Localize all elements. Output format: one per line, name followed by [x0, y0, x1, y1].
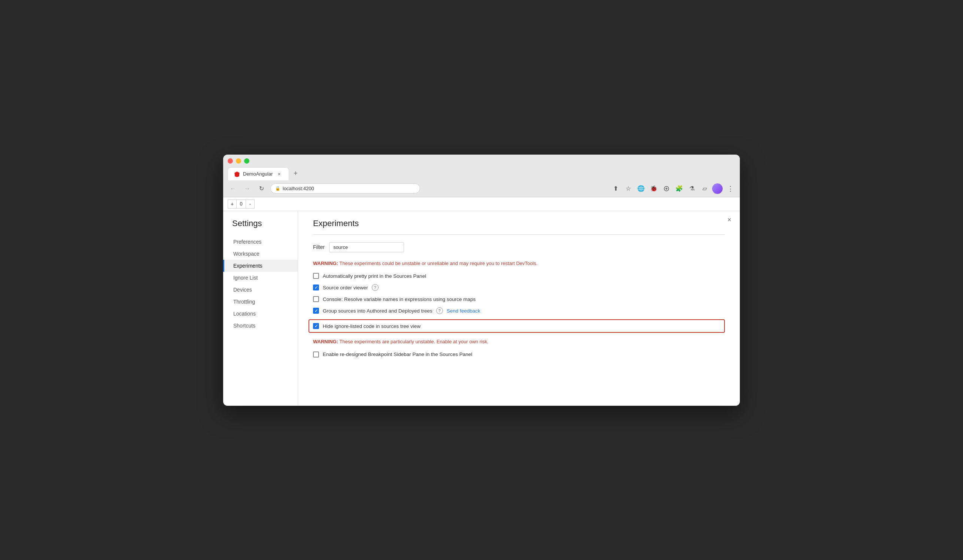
- checkbox-redesigned-breakpoint[interactable]: [313, 351, 319, 358]
- more-menu-button[interactable]: ⋮: [725, 183, 735, 194]
- browser-chrome: DemoAngular × +: [223, 155, 740, 180]
- tab-bar: DemoAngular × +: [228, 167, 735, 180]
- checkbox-group-sources[interactable]: [313, 308, 319, 314]
- angular-icon: [234, 171, 240, 177]
- experiment-redesigned-breakpoint-label: Enable re-designed Breakpoint Sidebar Pa…: [323, 351, 472, 357]
- forward-button[interactable]: →: [242, 183, 252, 194]
- warning-text-2: WARNING: These experiments are particula…: [313, 338, 725, 345]
- bookmark-icon[interactable]: ☆: [623, 183, 634, 194]
- url-bar[interactable]: 🔒 localhost:4200: [270, 183, 420, 194]
- filter-label: Filter: [313, 244, 324, 250]
- experiment-resolve-variables-label: Console: Resolve variable names in expre…: [323, 296, 475, 302]
- warning-message-1: These experiments could be unstable or u…: [338, 261, 537, 266]
- url-text: localhost:4200: [283, 186, 314, 191]
- maximize-button[interactable]: [244, 159, 250, 163]
- sidebar-item-shortcuts[interactable]: Shortcuts: [223, 320, 298, 332]
- address-bar: ← → ↻ 🔒 localhost:4200 ⬆ ☆ 🌐 🐞 🧩 ⚗ ▱ ⋮: [223, 180, 740, 197]
- help-icon-source-order[interactable]: ?: [372, 284, 379, 291]
- experiment-hide-ignore-listed: Hide ignore-listed code in sources tree …: [308, 319, 725, 333]
- warning-text-1: WARNING: These experiments could be unst…: [313, 260, 725, 267]
- tab-close-button[interactable]: ×: [276, 171, 283, 177]
- checkbox-resolve-variables[interactable]: [313, 296, 319, 302]
- sidebar-item-workspace[interactable]: Workspace: [223, 248, 298, 260]
- devtools-icon[interactable]: [661, 183, 672, 194]
- browser-content: + 0 - × Settings Preferences Workspace E…: [223, 197, 740, 406]
- puzzle-icon[interactable]: 🧩: [674, 183, 684, 194]
- bug-icon[interactable]: 🐞: [648, 183, 659, 194]
- checkbox-pretty-print[interactable]: [313, 273, 319, 279]
- experiment-pretty-print: Automatically pretty print in the Source…: [313, 273, 725, 279]
- experiment-resolve-variables: Console: Resolve variable names in expre…: [313, 296, 725, 302]
- toolbar-icons: ⬆ ☆ 🌐 🐞 🧩 ⚗ ▱ ⋮: [610, 183, 735, 194]
- close-button[interactable]: [228, 159, 233, 163]
- traffic-lights: [228, 159, 735, 163]
- flask-icon[interactable]: ⚗: [687, 183, 697, 194]
- new-tab-button[interactable]: +: [290, 168, 301, 179]
- sidebar-item-ignore-list[interactable]: Ignore List: [223, 272, 298, 284]
- lock-icon: 🔒: [275, 186, 280, 191]
- sidebar-icon[interactable]: ▱: [699, 183, 710, 194]
- counter-value: 0: [237, 199, 246, 209]
- sidebar-item-experiments[interactable]: Experiments: [223, 260, 298, 272]
- experiment-source-order: Source order viewer ?: [313, 284, 725, 291]
- settings-sidebar: Settings Preferences Workspace Experimen…: [223, 211, 298, 406]
- share-icon[interactable]: ⬆: [610, 183, 621, 194]
- experiment-pretty-print-label: Automatically pretty print in the Source…: [323, 273, 426, 279]
- warning-label-2: WARNING:: [313, 339, 338, 345]
- help-icon-group-sources[interactable]: ?: [436, 308, 443, 314]
- experiment-group-sources-label: Group sources into Authored and Deployed…: [323, 308, 433, 314]
- tab-title: DemoAngular: [243, 171, 273, 177]
- avatar[interactable]: [712, 183, 723, 194]
- back-button[interactable]: ←: [228, 183, 238, 194]
- checkbox-hide-ignore-listed[interactable]: [313, 323, 319, 329]
- sidebar-item-throttling[interactable]: Throttling: [223, 296, 298, 308]
- filter-input[interactable]: [329, 242, 404, 252]
- warning-label-1: WARNING:: [313, 261, 338, 266]
- send-feedback-link[interactable]: Send feedback: [447, 308, 480, 314]
- sidebar-item-preferences[interactable]: Preferences: [223, 236, 298, 248]
- settings-divider: [313, 234, 725, 235]
- sidebar-item-devices[interactable]: Devices: [223, 284, 298, 296]
- earth-icon[interactable]: 🌐: [636, 183, 646, 194]
- checkbox-source-order[interactable]: [313, 285, 319, 290]
- settings-main: Experiments Filter WARNING: These experi…: [298, 211, 740, 406]
- settings-close-button[interactable]: ×: [725, 215, 734, 225]
- counter-minus-button[interactable]: -: [246, 199, 255, 209]
- experiment-hide-ignore-listed-label: Hide ignore-listed code in sources tree …: [323, 324, 420, 329]
- counter-widget: + 0 -: [223, 197, 740, 211]
- browser-window: DemoAngular × + ← → ↻ 🔒 localhost:4200 ⬆…: [223, 155, 740, 406]
- settings-panel: × Settings Preferences Workspace Experim…: [223, 211, 740, 406]
- minimize-button[interactable]: [236, 159, 241, 163]
- experiments-title: Experiments: [313, 218, 725, 228]
- sidebar-item-locations[interactable]: Locations: [223, 308, 298, 320]
- warning-message-2: These experiments are particularly unsta…: [338, 339, 489, 345]
- reload-button[interactable]: ↻: [256, 183, 267, 194]
- counter-plus-button[interactable]: +: [228, 199, 237, 209]
- active-tab[interactable]: DemoAngular ×: [228, 167, 289, 180]
- experiment-source-order-label: Source order viewer: [323, 285, 368, 290]
- settings-title: Settings: [223, 218, 298, 236]
- filter-row: Filter: [313, 242, 725, 252]
- experiment-group-sources: Group sources into Authored and Deployed…: [313, 308, 725, 314]
- experiment-redesigned-breakpoint: Enable re-designed Breakpoint Sidebar Pa…: [313, 351, 725, 358]
